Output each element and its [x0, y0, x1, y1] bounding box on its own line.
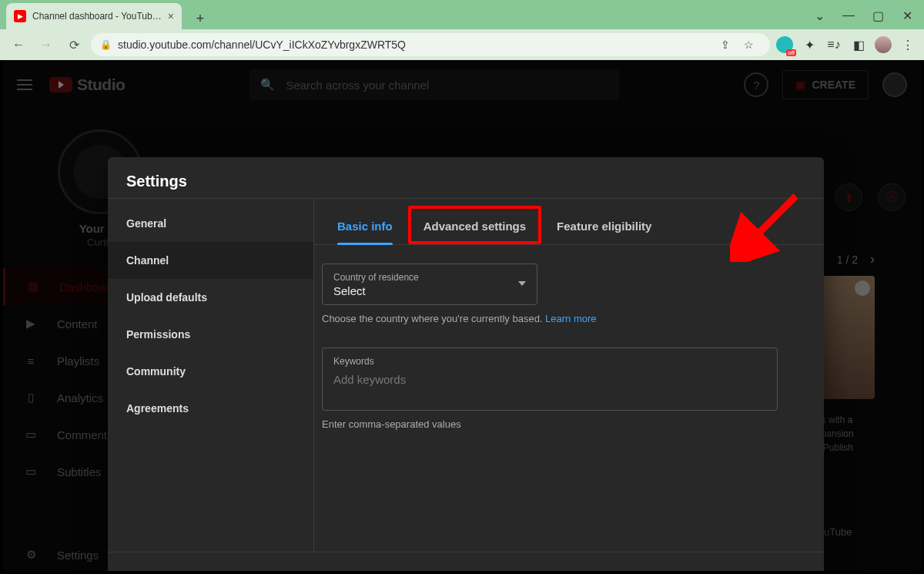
modal-tabs: Basic info Advanced settings Feature eli…	[314, 199, 824, 245]
url-text: studio.youtube.com/channel/UCvY_iICkXoZY…	[118, 39, 406, 51]
extensions-puzzle-icon[interactable]: ✦	[801, 36, 818, 53]
studio-app: Studio 🔍 Search across your channel ? ▣ …	[3, 60, 921, 571]
country-helper: Choose the country where you're currentl…	[322, 313, 818, 324]
close-button[interactable]: CLOSE	[718, 569, 757, 572]
address-bar[interactable]: 🔒 studio.youtube.com/channel/UCvY_iICkXo…	[91, 33, 770, 56]
sidebar-item-channel[interactable]: Channel	[108, 242, 313, 279]
sidebar-item-agreements[interactable]: Agreements	[108, 390, 313, 427]
profile-avatar-icon[interactable]	[875, 36, 892, 53]
share-icon[interactable]: ⇪	[718, 37, 733, 52]
keywords-helper: Enter comma-separated values	[322, 418, 818, 430]
sidebar-item-permissions[interactable]: Permissions	[108, 316, 313, 353]
country-label: Country of residence	[333, 272, 526, 283]
save-button[interactable]: SAVE	[777, 569, 807, 572]
chevron-down-icon[interactable]: ⌄	[808, 5, 830, 26]
youtube-favicon-icon: ▶	[14, 10, 26, 22]
nav-forward-icon[interactable]: →	[35, 34, 57, 55]
close-window-icon[interactable]: ✕	[896, 5, 918, 26]
sidebar-item-community[interactable]: Community	[108, 353, 313, 390]
side-panel-icon[interactable]: ◧	[850, 36, 867, 53]
modal-sidebar: General Channel Upload defaults Permissi…	[108, 199, 314, 552]
reload-icon[interactable]: ⟳	[63, 34, 85, 55]
tab-title: Channel dashboard - YouTube St	[32, 11, 162, 22]
lock-icon: 🔒	[100, 39, 112, 50]
star-icon[interactable]: ☆	[741, 37, 756, 52]
minimize-icon[interactable]: —	[838, 5, 859, 26]
settings-modal: Settings General Channel Upload defaults…	[108, 157, 824, 571]
keywords-label: Keywords	[333, 356, 766, 367]
sidebar-item-general[interactable]: General	[108, 205, 313, 242]
playlist-icon[interactable]: ≡♪	[825, 36, 842, 53]
tab-basic-info[interactable]: Basic info	[322, 206, 408, 244]
country-value: Select	[333, 284, 526, 297]
chevron-down-icon	[518, 281, 526, 286]
modal-footer: CLOSE SAVE	[108, 552, 824, 571]
browser-chrome: ▶ Channel dashboard - YouTube St × + ⌄ —…	[0, 0, 924, 60]
browser-tab[interactable]: ▶ Channel dashboard - YouTube St ×	[6, 3, 182, 29]
keywords-input[interactable]	[333, 373, 766, 386]
nav-back-icon[interactable]: ←	[8, 34, 29, 55]
kebab-menu-icon[interactable]: ⋮	[899, 36, 916, 53]
tab-feature-eligibility[interactable]: Feature eligibility	[541, 206, 667, 244]
sidebar-item-upload-defaults[interactable]: Upload defaults	[108, 279, 313, 316]
modal-title: Settings	[108, 157, 824, 198]
tab-advanced-settings[interactable]: Advanced settings	[408, 206, 541, 244]
keywords-box[interactable]: Keywords	[322, 347, 778, 411]
country-select[interactable]: Country of residence Select	[322, 264, 537, 305]
extension-icons: off ✦ ≡♪ ◧ ⋮	[776, 36, 916, 53]
tab-close-icon[interactable]: ×	[168, 10, 174, 22]
address-bar-row: ← → ⟳ 🔒 studio.youtube.com/channel/UCvY_…	[0, 29, 924, 60]
modal-main: Basic info Advanced settings Feature eli…	[314, 199, 824, 552]
tab-bar: ▶ Channel dashboard - YouTube St × + ⌄ —…	[0, 0, 924, 29]
learn-more-link[interactable]: Learn more	[545, 313, 596, 324]
new-tab-button[interactable]: +	[189, 8, 211, 29]
window-controls: ⌄ — ▢ ✕	[808, 5, 918, 26]
maximize-icon[interactable]: ▢	[867, 5, 889, 26]
extension-icon[interactable]: off	[776, 36, 793, 53]
